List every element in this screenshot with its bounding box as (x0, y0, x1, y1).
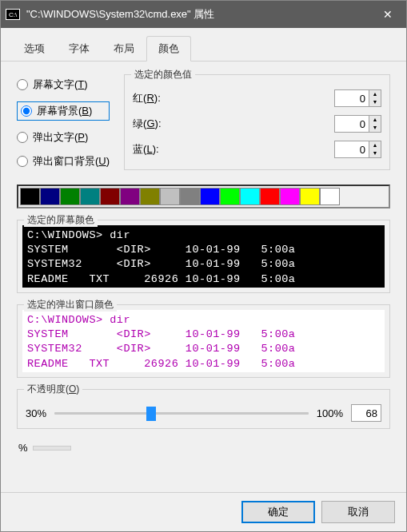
color-swatch-11[interactable] (240, 188, 260, 205)
popup-preview-group: 选定的弹出窗口颜色 C:\WINDOWS> dir SYSTEM <DIR> 1… (17, 304, 390, 378)
color-target-group: 屏幕文字(T) 屏幕背景(B) 弹出文字(P) 弹出窗口背景(U) (17, 74, 110, 170)
radio-screen-background-input[interactable] (21, 105, 32, 117)
color-swatch-8[interactable] (180, 188, 200, 205)
blue-label: 蓝(L): (133, 142, 159, 157)
opacity-min-label: 30% (26, 407, 46, 419)
popup-preview-legend: 选定的弹出窗口颜色 (24, 298, 117, 312)
color-swatch-13[interactable] (280, 188, 300, 205)
red-input[interactable] (335, 90, 369, 106)
green-spinner[interactable]: ▲▼ (334, 115, 381, 133)
close-button[interactable]: ✕ (369, 1, 406, 28)
red-label: 红(R): (133, 91, 161, 105)
color-swatch-3[interactable] (80, 188, 100, 205)
tab-options[interactable]: 选项 (12, 36, 57, 61)
green-down-icon[interactable]: ▼ (369, 124, 381, 132)
titlebar: C:\ "C:\WINDOWS\System32\cmd.exe" 属性 ✕ (1, 1, 406, 28)
blue-down-icon[interactable]: ▼ (369, 149, 381, 157)
red-down-icon[interactable]: ▼ (369, 98, 381, 106)
cmd-icon: C:\ (6, 9, 20, 20)
radio-screen-text[interactable]: 屏幕文字(T) (17, 77, 110, 92)
extra-bar (33, 446, 71, 451)
radio-screen-background[interactable]: 屏幕背景(B) (17, 101, 110, 121)
tab-content: 屏幕文字(T) 屏幕背景(B) 弹出文字(P) 弹出窗口背景(U) 选定的颜色值 (1, 62, 406, 492)
slider-thumb-icon[interactable] (146, 407, 156, 421)
dialog-button-row: 确定 取消 (1, 492, 406, 531)
ok-button[interactable]: 确定 (241, 501, 315, 523)
color-swatch-15[interactable] (320, 188, 340, 205)
radio-screen-text-input[interactable] (17, 79, 28, 90)
blue-up-icon[interactable]: ▲ (369, 141, 381, 149)
color-swatch-1[interactable] (40, 188, 60, 205)
radio-popup-background[interactable]: 弹出窗口背景(U) (17, 154, 110, 169)
radio-popup-text-input[interactable] (17, 132, 28, 143)
screen-preview-group: 选定的屏幕颜色 C:\WINDOWS> dir SYSTEM <DIR> 10-… (17, 220, 390, 293)
green-label: 绿(G): (133, 117, 161, 131)
screen-preview: C:\WINDOWS> dir SYSTEM <DIR> 10-01-99 5:… (22, 225, 385, 288)
red-spinner[interactable]: ▲▼ (334, 89, 381, 107)
screen-preview-legend: 选定的屏幕颜色 (24, 213, 98, 227)
tabstrip: 选项 字体 布局 颜色 (1, 28, 406, 62)
color-swatch-7[interactable] (160, 188, 180, 205)
tab-font[interactable]: 字体 (57, 36, 102, 61)
color-swatch-5[interactable] (120, 188, 140, 205)
green-input[interactable] (335, 116, 369, 132)
radio-popup-text[interactable]: 弹出文字(P) (17, 130, 110, 145)
tab-colors[interactable]: 颜色 (146, 36, 191, 62)
blue-spinner[interactable]: ▲▼ (334, 141, 381, 158)
extra-percent-row: % (17, 442, 390, 454)
selected-color-values-group: 选定的颜色值 红(R): ▲▼ 绿(G): ▲▼ 蓝(L): (124, 74, 390, 170)
popup-preview: C:\WINDOWS> dir SYSTEM <DIR> 10-01-99 5:… (22, 310, 385, 372)
color-swatch-0[interactable] (20, 188, 40, 205)
opacity-value-input[interactable] (351, 404, 381, 422)
window-title: "C:\WINDOWS\System32\cmd.exe" 属性 (26, 7, 369, 22)
red-up-icon[interactable]: ▲ (369, 90, 381, 98)
selected-color-values-legend: 选定的颜色值 (131, 68, 195, 81)
tab-layout[interactable]: 布局 (102, 36, 146, 61)
extra-percent-label: % (18, 442, 28, 454)
cancel-button[interactable]: 取消 (321, 501, 395, 523)
color-swatch-12[interactable] (260, 188, 280, 205)
slider-track (54, 412, 309, 415)
color-swatch-9[interactable] (200, 188, 220, 205)
blue-input[interactable] (335, 141, 369, 157)
opacity-legend: 不透明度(O) (24, 383, 82, 396)
properties-window: C:\ "C:\WINDOWS\System32\cmd.exe" 属性 ✕ 选… (0, 0, 407, 532)
color-palette (17, 185, 390, 208)
opacity-group: 不透明度(O) 30% 100% (17, 389, 390, 429)
color-swatch-10[interactable] (220, 188, 240, 205)
green-up-icon[interactable]: ▲ (369, 116, 381, 124)
color-swatch-4[interactable] (100, 188, 120, 205)
opacity-max-label: 100% (317, 407, 343, 419)
color-swatch-14[interactable] (300, 188, 320, 205)
opacity-slider[interactable] (54, 405, 309, 421)
radio-popup-background-input[interactable] (17, 156, 28, 167)
color-swatch-2[interactable] (60, 188, 80, 205)
color-swatch-6[interactable] (140, 188, 160, 205)
